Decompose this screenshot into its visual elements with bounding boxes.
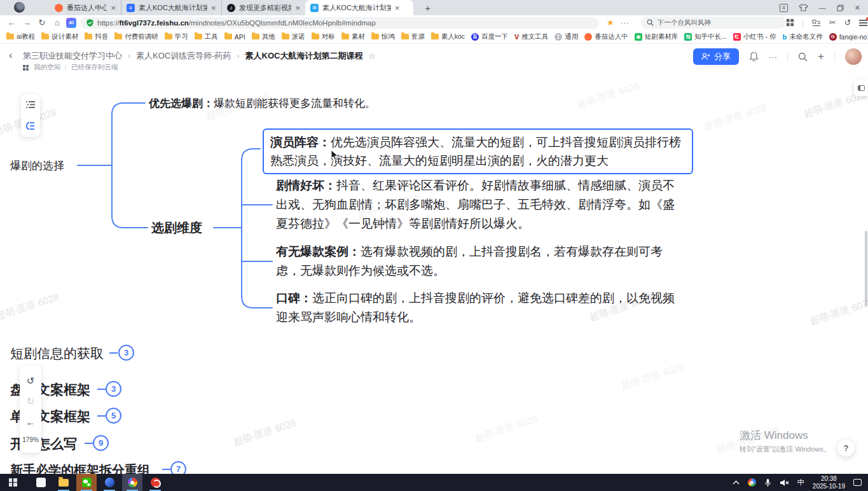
bookmark-folder[interactable]: 素材 — [341, 32, 365, 41]
undo-icon[interactable]: ↺ — [27, 375, 35, 387]
bookmark-folder[interactable]: 惊鸿 — [371, 32, 395, 41]
apps-grid-icon[interactable] — [786, 18, 794, 27]
extensions-more-icon[interactable]: ··· — [621, 19, 630, 27]
bookmark-site[interactable]: 知知乎中长... — [684, 32, 727, 41]
bookmark-folder[interactable]: ai教程 — [6, 32, 35, 41]
url-field[interactable]: https://ft6vgl737z.feishu.cn/mindnotes/O… — [80, 17, 599, 29]
browser-profile-icon[interactable] — [14, 2, 25, 13]
mindmap-canvas[interactable]: 爆剧的选择 优先选爆剧：爆款短剧能获得更多流量和转化。 选剧维度 演员阵容：优先… — [0, 73, 868, 474]
tab-feishu-course[interactable]: ≡ 素人KOC大航海计划第二期课 × — [121, 0, 221, 15]
vertical-scrollbar[interactable] — [865, 231, 867, 306]
taskbar-file-explorer[interactable] — [53, 474, 74, 491]
zoom-level[interactable]: 179% — [22, 436, 39, 443]
tray-chevron-up-icon[interactable] — [733, 480, 740, 485]
favorite-star-icon[interactable]: ☆ — [368, 52, 376, 61]
node-reputation[interactable]: 口碑：选正向口碑的剧，上抖音搜剧的评价，避免选口碑差的剧，以免视频迎来骂声影响心… — [276, 289, 683, 327]
tray-clock[interactable]: 20:38 2025-10-19 — [813, 475, 845, 490]
node-root-topic[interactable]: 爆剧的选择 — [10, 158, 64, 173]
breadcrumb-item[interactable]: 第三职业技能交付学习中心 — [23, 50, 122, 62]
share-button[interactable]: 分享 — [693, 48, 739, 65]
bookmark-star-icon[interactable]: ★ — [607, 18, 614, 27]
bookmark-folder[interactable]: 设计素材 — [41, 32, 78, 41]
side-panel-toggle[interactable] — [854, 80, 868, 96]
tab-fanqie-center[interactable]: 番茄达人中心 × — [50, 0, 121, 15]
taskbar-wechat[interactable] — [76, 474, 97, 491]
doc-back-icon[interactable]: ‹ — [9, 49, 13, 62]
notifications-bell-icon[interactable] — [749, 52, 759, 62]
tab-close-icon[interactable]: × — [111, 3, 116, 13]
minimize-button[interactable]: — — [819, 4, 826, 11]
doc-search-icon[interactable] — [798, 52, 808, 62]
bookmark-folder[interactable]: 资源 — [401, 32, 425, 41]
fit-view-icon[interactable]: ← — [26, 417, 36, 427]
bookmark-site[interactable]: b未命名文件 — [782, 32, 822, 41]
bookmark-folder[interactable]: 对标 — [312, 32, 335, 41]
collapse-count-badge[interactable]: 5 — [106, 408, 121, 424]
bookmark-baidu[interactable]: 百百度一下 — [471, 32, 508, 41]
node-priority-pick[interactable]: 优先选爆剧：爆款短剧能获得更多流量和转化。 — [149, 96, 376, 111]
bookmark-site[interactable]: 通用 — [555, 32, 578, 41]
history-undo-icon[interactable]: ↺ — [844, 18, 851, 27]
topic-info-acquisition[interactable]: 短剧信息的获取 — [10, 345, 104, 363]
bookmark-site[interactable]: ▣短剧素材库 — [635, 32, 679, 41]
restore-button[interactable] — [837, 4, 844, 11]
taskbar-chrome[interactable] — [122, 474, 142, 491]
workspace-label[interactable]: 我的空间 — [34, 63, 60, 72]
reload-icon[interactable]: ↻ — [34, 18, 50, 27]
close-window-button[interactable]: ✕ — [855, 4, 860, 12]
bookmark-folder[interactable]: 学习 — [165, 32, 188, 41]
tab-count-badge[interactable]: 4 — [780, 4, 788, 12]
collapse-count-badge[interactable]: 3 — [106, 381, 121, 397]
help-button[interactable]: ? — [837, 439, 855, 457]
node-plot-quality[interactable]: 剧情好坏：抖音、红果评论区看评价。好剧情故事细腻、情感细腻、演员不出戏、无狗血剧… — [276, 176, 683, 233]
forward-icon[interactable]: → — [19, 18, 34, 27]
ai-assistant-icon[interactable]: AI — [66, 18, 76, 28]
outline-view-icon[interactable] — [26, 100, 36, 109]
browser-menu-icon[interactable] — [859, 19, 867, 26]
breadcrumb-item[interactable]: 素人KOC训练营导师-药药 — [136, 50, 231, 62]
bookmark-site[interactable]: Gfanqie-no... — [829, 33, 868, 41]
bookmark-folder[interactable]: 素人koc — [431, 32, 465, 41]
tab-close-icon[interactable]: × — [211, 3, 216, 13]
favorites-list-icon[interactable] — [811, 18, 821, 27]
tray-browser-icon[interactable] — [748, 478, 756, 487]
start-button[interactable] — [3, 474, 23, 491]
collapse-count-badge[interactable]: 7 — [170, 461, 186, 474]
node-hit-cases[interactable]: 有无爆款案例：选有爆款视频的剧，上抖音搜剧名，若有爆款存在则可考虑，无爆款则作为… — [276, 242, 683, 280]
taskbar-app-red[interactable] — [145, 474, 165, 491]
taskbar-app-notes[interactable] — [31, 474, 51, 491]
tab-close-icon[interactable]: × — [395, 3, 400, 13]
bookmark-site[interactable]: V推文工具 — [514, 32, 548, 41]
bookmark-site[interactable]: 番茄达人中 — [584, 32, 628, 41]
action-center-icon[interactable] — [853, 479, 862, 486]
node-cast-selected[interactable]: 演员阵容：优先选演员阵容强大、流量大的短剧，可上抖音搜短剧演员排行榜熟悉演员，演… — [263, 128, 693, 174]
topic-framework-remix[interactable]: 新手必学的框架拆分重组 — [10, 462, 150, 474]
screenshot-scissors-icon[interactable]: ✂ — [829, 18, 836, 27]
theme-shirt-icon[interactable] — [799, 4, 808, 11]
speaker-muted-icon[interactable] — [780, 479, 789, 487]
redo-icon[interactable]: ↻ — [27, 396, 35, 407]
bookmark-folder[interactable]: 其他 — [252, 32, 275, 41]
browser-search-box[interactable]: 下一个台风叫风神 — [641, 17, 786, 29]
collapse-count-badge[interactable]: 3 — [118, 345, 134, 361]
tab-close-icon[interactable]: × — [295, 3, 300, 13]
bookmark-folder[interactable]: API — [224, 33, 245, 41]
back-icon[interactable]: ← — [4, 18, 19, 27]
new-tab-button[interactable]: + — [422, 3, 433, 13]
microphone-icon[interactable] — [764, 478, 771, 487]
bookmark-folder[interactable]: 付费前调研 — [114, 32, 158, 41]
tab-feishu-mindmap-active[interactable]: ≋ 素人KOC大航海计划第二期课 × — [305, 0, 413, 15]
taskbar-browser-blue[interactable] — [99, 474, 120, 491]
bookmark-folder[interactable]: 派诺 — [282, 32, 305, 41]
ime-indicator[interactable]: 中 — [797, 478, 804, 487]
mindmap-view-icon[interactable] — [25, 121, 36, 130]
home-icon[interactable]: ⌂ — [50, 18, 65, 27]
user-avatar[interactable] — [845, 48, 862, 65]
create-new-icon[interactable]: + — [818, 50, 824, 63]
bookmark-site[interactable]: 红小红书 - 你 — [733, 32, 776, 41]
header-more-icon[interactable]: ··· — [769, 52, 777, 62]
bookmark-folder[interactable]: 工具 — [195, 32, 218, 41]
tab-douyin-search[interactable]: ♪ 发现更多精彩视频 - 抖音搜索 × — [221, 0, 305, 15]
node-dimension[interactable]: 选剧维度 — [151, 219, 202, 237]
bookmark-folder[interactable]: 抖音 — [85, 32, 108, 41]
